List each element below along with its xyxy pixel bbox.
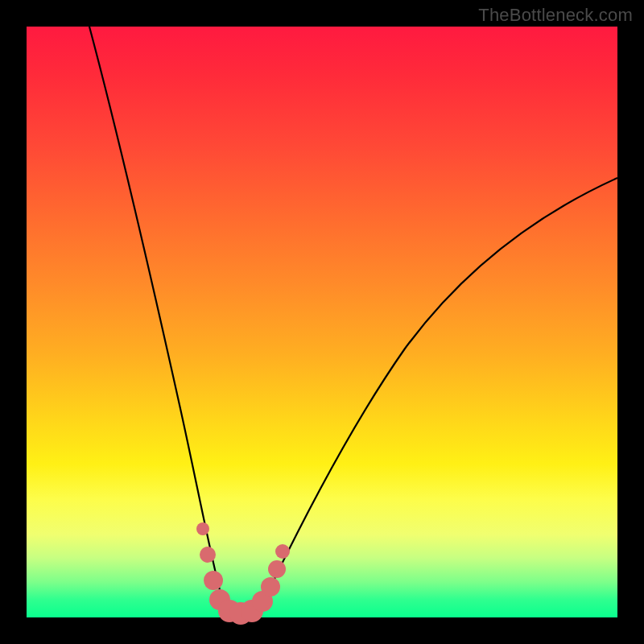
curve-svg — [27, 27, 617, 617]
marker-dot — [268, 560, 286, 578]
chart-frame: TheBottleneck.com — [0, 0, 644, 644]
marker-dot — [275, 544, 290, 559]
marker-dot — [200, 547, 216, 563]
marker-dot — [261, 577, 280, 597]
watermark-text: TheBottleneck.com — [478, 5, 633, 26]
highlight-cluster — [196, 522, 290, 625]
marker-dot — [196, 522, 209, 535]
plot-area — [27, 27, 617, 617]
bottleneck-curve — [89, 27, 617, 614]
marker-dot — [204, 571, 223, 590]
